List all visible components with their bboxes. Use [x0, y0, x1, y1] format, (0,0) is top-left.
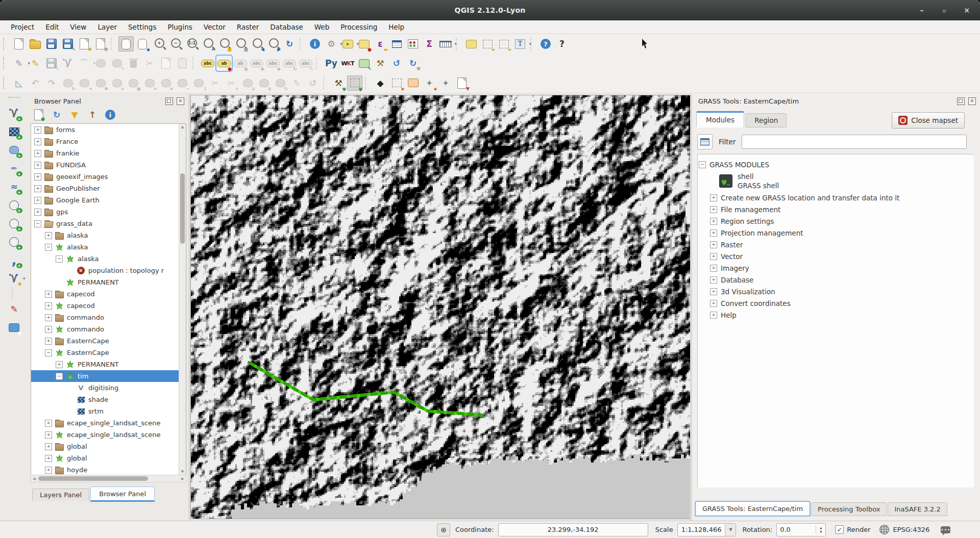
float-panel-icon[interactable] — [957, 97, 965, 105]
show-bookmarks-icon[interactable]: ▰ — [496, 36, 511, 52]
tree-toggle[interactable]: + — [45, 302, 52, 310]
tree-toggle[interactable]: + — [45, 455, 52, 462]
close-panel-icon[interactable]: × — [968, 97, 976, 105]
add-vector-layer-icon[interactable]: V+ — [7, 106, 22, 121]
tree-item-commando[interactable]: +commando — [31, 323, 186, 335]
zoom-last-icon[interactable]: ◀ — [249, 36, 264, 52]
tree-toggle[interactable]: + — [34, 209, 41, 216]
inasafe-keyword-wizard-icon[interactable]: ✦▪ — [422, 75, 437, 91]
tree-toggle[interactable]: + — [710, 288, 717, 295]
tree-item-geopublisher[interactable]: +GeoPublisher — [31, 183, 186, 194]
tree-item-grass-data[interactable]: −grass_data — [31, 218, 186, 229]
zoom-in-icon[interactable]: + — [151, 36, 166, 52]
refresh-map-icon[interactable]: ↻ — [282, 36, 297, 52]
tree-item-srtm[interactable]: +srtm — [31, 405, 186, 417]
maximize-button[interactable]: ▫ — [940, 8, 948, 13]
tree-toggle[interactable]: + — [34, 126, 41, 134]
label-pin-icon[interactable]: ab● — [216, 56, 232, 71]
toggle-editing-icon[interactable]: ✎ — [28, 56, 43, 71]
tree-toggle[interactable]: + — [710, 312, 717, 319]
module-group-database[interactable]: +Database — [699, 274, 974, 286]
redo-icon[interactable]: ↷ — [44, 75, 59, 91]
module-group-raster[interactable]: +Raster — [699, 239, 974, 250]
tree-toggle[interactable]: + — [45, 420, 52, 427]
cut-features-icon[interactable]: ✂ — [142, 56, 157, 71]
tree-toggle[interactable]: + — [45, 431, 52, 439]
tree-toggle[interactable]: − — [56, 373, 63, 380]
close-button[interactable]: × — [963, 6, 971, 14]
tree-toggle[interactable]: + — [34, 138, 41, 145]
tree-item-permanent[interactable]: +PERMANENT — [31, 276, 186, 288]
menu-processing[interactable]: Processing — [335, 20, 383, 34]
tree-toggle[interactable]: − — [56, 255, 63, 263]
crs-globe-icon[interactable] — [879, 525, 889, 534]
module-group-3d-visualization[interactable]: +3d Visualization — [699, 286, 974, 297]
zoom-next-icon[interactable]: ▶ — [265, 36, 281, 52]
statistics-icon[interactable]: Σ — [422, 36, 437, 52]
tree-toggle[interactable]: + — [45, 326, 52, 333]
tree-toggle[interactable]: + — [45, 232, 52, 239]
scrollbar-thumb[interactable] — [38, 476, 148, 481]
chevron-down-icon[interactable]: ▾ — [23, 276, 26, 281]
zoom-full-icon[interactable]: ↔ — [200, 36, 215, 52]
tree-item-digitising[interactable]: +Vdigitising — [31, 382, 186, 394]
whats-this-icon[interactable]: ? — [554, 36, 570, 52]
add-raster-layer-icon[interactable]: + — [7, 124, 22, 139]
zoom-to-selection-icon[interactable]: ■ — [216, 36, 232, 52]
scroll-right-icon[interactable]: ▶ — [180, 477, 186, 481]
grass-tools-icon[interactable]: ⚒ψ — [331, 75, 346, 91]
label-properties-icon[interactable]: abc✎ — [298, 56, 313, 71]
undo-icon[interactable]: ↶ — [28, 75, 43, 91]
inasafe-keywords-icon[interactable]: ▪ — [389, 75, 404, 91]
add-selected-layers-icon[interactable]: ● — [33, 109, 45, 121]
menu-settings[interactable]: Settings — [122, 20, 162, 34]
tree-item-ecape-single-landsat-scene[interactable]: +ecape_single_landsat_scene — [31, 417, 186, 429]
label-visibility-icon[interactable]: abc◉ — [249, 56, 264, 71]
module-group-create-new-grass-location-and-transfer-data-into-it[interactable]: +Create new GRASS location and transfer … — [699, 192, 974, 203]
menu-project[interactable]: Project — [5, 20, 40, 34]
filter-browser-icon[interactable]: ▼ — [68, 109, 81, 121]
tab-grass-tools-easterncape-tim[interactable]: GRASS Tools: EasternCape/tim — [695, 501, 810, 516]
open-project-icon[interactable] — [28, 36, 43, 52]
inasafe-help-icon[interactable]: ▼ — [454, 75, 470, 91]
offset-curve-icon[interactable]: ) — [191, 75, 206, 91]
delete-part-icon[interactable]: × — [158, 75, 174, 91]
map-canvas[interactable] — [191, 95, 690, 519]
circular-string-icon[interactable]: ⌒▾ — [77, 56, 92, 71]
tree-item-gps[interactable]: +gps — [31, 206, 186, 218]
delete-ring-icon[interactable]: × — [142, 75, 157, 91]
plugin-redo-tools-icon[interactable]: ↻⚒ — [405, 56, 421, 71]
collapse-all-icon[interactable]: ↑ — [86, 109, 99, 121]
tab-layers-panel[interactable]: Layers Panel — [32, 489, 89, 501]
tree-toggle[interactable]: + — [710, 229, 717, 237]
tree-item-alaska[interactable]: −alaska — [31, 253, 186, 265]
tree-item-easterncape[interactable]: +EasternCape — [31, 335, 186, 347]
help-contents-icon[interactable]: ? — [538, 36, 553, 52]
rotate-point-symbols-icon[interactable]: ↻ — [273, 75, 288, 91]
revert-edits-icon[interactable]: ↺ — [305, 75, 321, 91]
module-group-vector[interactable]: +Vector — [699, 250, 974, 262]
render-checkbox[interactable]: ✓ — [835, 525, 844, 534]
measure-icon[interactable]: ▾ — [438, 36, 453, 52]
tree-item-shade[interactable]: +shade — [31, 394, 186, 405]
tree-item-permanent[interactable]: +PERMANENT — [31, 358, 186, 370]
delete-selected-icon[interactable] — [126, 56, 141, 71]
label-move-icon[interactable]: abc◆ — [265, 56, 281, 71]
scale-combo[interactable]: 1:1,128,466 ▼ — [677, 523, 737, 536]
plugin-hammer-icon[interactable]: ⚒ — [373, 56, 388, 71]
tree-toggle[interactable]: − — [699, 161, 706, 168]
split-parts-icon[interactable]: ✂+ — [224, 75, 239, 91]
tree-toggle[interactable]: + — [710, 300, 717, 307]
new-project-icon[interactable] — [11, 36, 27, 52]
tree-item-ecape-single-landsat-scene[interactable]: +ecape_single_landsat_scene — [31, 429, 186, 441]
toolbar-handle[interactable] — [3, 38, 8, 50]
close-mapset-button[interactable]: Close mapset — [892, 112, 965, 129]
tree-toggle[interactable]: + — [34, 150, 41, 157]
tree-toggle[interactable]: + — [56, 361, 63, 368]
module-group-region-settings[interactable]: +Region settings — [699, 215, 974, 227]
module-group-file-management[interactable]: +File management — [699, 203, 974, 215]
zoom-native-icon[interactable]: 1:1 — [184, 36, 199, 52]
save-layer-edits-icon[interactable]: ✎ — [44, 56, 59, 71]
add-delimited-text-layer-icon[interactable]: ,+ — [7, 252, 22, 268]
menu-database[interactable]: Database — [264, 20, 308, 34]
